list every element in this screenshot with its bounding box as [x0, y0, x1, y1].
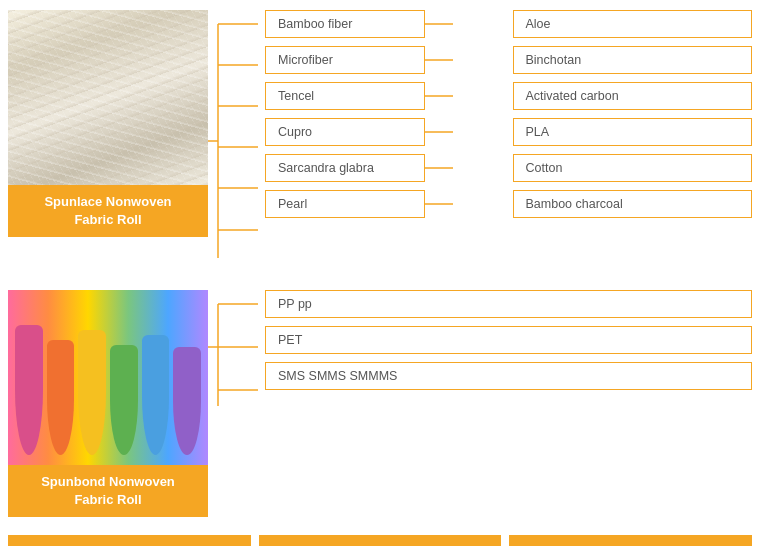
- connector-svg-1: [425, 59, 453, 61]
- right-item-4: Cotton: [513, 154, 753, 182]
- spunlace-image: [8, 10, 208, 185]
- right-item-3: PLA: [513, 118, 753, 146]
- spunbond-image: [8, 290, 208, 465]
- spunlace-right-items: Aloe Binchotan Activated carbon PLA Cott…: [513, 10, 753, 218]
- spunbond-item-1: PET: [265, 326, 752, 354]
- right-item-0: Aloe: [513, 10, 753, 38]
- spunlace-left-items: Bamboo fiber Microfiber Tencel Cupr: [263, 10, 505, 218]
- left-item-2: Tencel: [265, 82, 425, 110]
- right-item-2: Activated carbon: [513, 82, 753, 110]
- learn-more-button[interactable]: Learn More›: [509, 535, 752, 546]
- spunbond-tree-svg: [208, 290, 263, 420]
- needle-button[interactable]: Needle-punched non-woven: [8, 535, 251, 546]
- connector-svg-0: [425, 23, 453, 25]
- spunlace-section: Spunlace Nonwoven Fabric Roll: [8, 10, 752, 272]
- spunlace-tree-svg: [208, 10, 263, 272]
- bottom-buttons: Needle-punched non-woven Impregnated clo…: [0, 535, 760, 546]
- left-item-3: Cupro: [265, 118, 425, 146]
- left-item-5: Pearl: [265, 190, 425, 218]
- roll-3: [110, 345, 138, 455]
- spunbond-card: Spunbond Nonwoven Fabric Roll: [8, 290, 208, 517]
- spunbond-label: Spunbond Nonwoven Fabric Roll: [8, 465, 208, 517]
- left-item-0: Bamboo fiber: [265, 10, 425, 38]
- connector-svg-3: [425, 131, 453, 133]
- spunlace-tree-area: Bamboo fiber Microfiber Tencel Cupr: [208, 10, 752, 272]
- roll-0: [15, 325, 43, 455]
- roll-5: [173, 347, 201, 455]
- spunbond-item-0: PP pp: [265, 290, 752, 318]
- connector-svg-4: [425, 167, 453, 169]
- spunbond-tree-area: PP pp PET SMS SMMS SMMMS: [208, 290, 752, 420]
- roll-1: [47, 340, 75, 455]
- left-item-4: Sarcandra glabra: [265, 154, 425, 182]
- spunbond-items: PP pp PET SMS SMMS SMMMS: [263, 290, 752, 390]
- roll-2: [78, 330, 106, 455]
- spunlace-row-1: Bamboo fiber Microfiber Tencel Cupr: [263, 10, 752, 218]
- connector-svg-5: [425, 203, 453, 205]
- spunlace-label: Spunlace Nonwoven Fabric Roll: [8, 185, 208, 237]
- main-container: Spunlace Nonwoven Fabric Roll: [0, 0, 760, 546]
- connector-svg-2: [425, 95, 453, 97]
- spunlace-right-columns: Bamboo fiber Microfiber Tencel Cupr: [263, 10, 752, 226]
- spunbond-section: Spunbond Nonwoven Fabric Roll PP pp PET …: [8, 290, 752, 517]
- roll-4: [142, 335, 170, 455]
- fabric-rolls: [8, 290, 208, 465]
- right-item-1: Binchotan: [513, 46, 753, 74]
- spunbond-item-2: SMS SMMS SMMMS: [265, 362, 752, 390]
- right-item-5: Bamboo charcoal: [513, 190, 753, 218]
- impregnated-button[interactable]: Impregnated cloth: [259, 535, 502, 546]
- left-item-1: Microfiber: [265, 46, 425, 74]
- spunlace-card: Spunlace Nonwoven Fabric Roll: [8, 10, 208, 237]
